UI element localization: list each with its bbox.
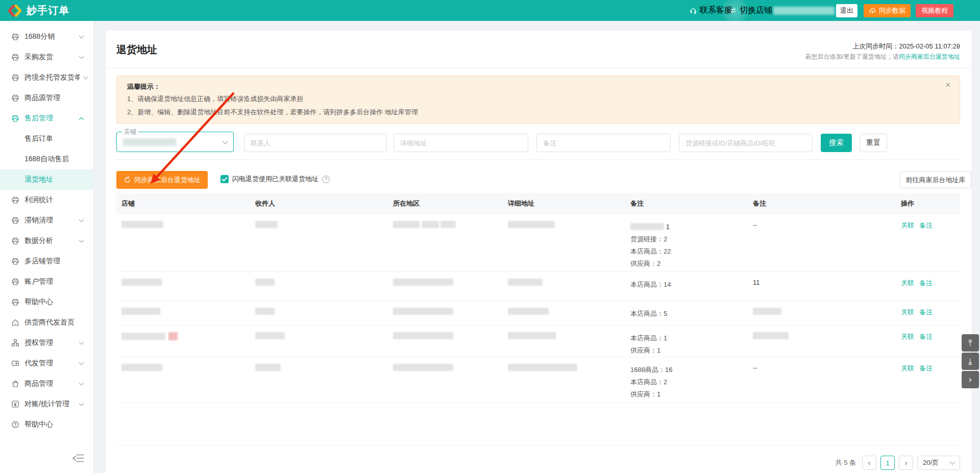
cubes-icon xyxy=(11,339,19,347)
cloud-upload-icon xyxy=(869,7,876,15)
sidebar-item-bangzhu-zhongxin[interactable]: 帮助中心 xyxy=(0,292,93,312)
chevron-down-icon xyxy=(79,238,84,243)
redacted-region xyxy=(440,221,456,228)
sidebar-item-duodianpu[interactable]: 多店铺管理 xyxy=(0,251,93,271)
sidebar-item-help-center[interactable]: 帮助中心 xyxy=(0,414,93,435)
page-size-select[interactable]: 20/页 xyxy=(917,456,960,470)
printer-icon xyxy=(11,298,19,306)
redacted-address xyxy=(508,308,549,315)
main-content-card: 退货地址 上次同步时间：2025-02-05 11:07:28 若您后台添加/更… xyxy=(106,31,971,473)
chevron-down-icon xyxy=(79,340,84,345)
section-divider xyxy=(116,159,960,160)
sidebar-item-duizhang-tongji[interactable]: 对账/统计管理 xyxy=(0,394,93,414)
redacted-shop xyxy=(121,308,160,315)
sync-backend-address-link[interactable]: 同步商家后台退货地址 xyxy=(899,53,960,60)
close-icon[interactable]: × xyxy=(945,80,950,90)
pagination-current-page[interactable]: 1 xyxy=(880,456,895,470)
source-link-input[interactable] xyxy=(679,134,813,152)
chevron-down-icon xyxy=(222,138,228,144)
table-row: 本店商品：5 关联备注 xyxy=(116,301,960,326)
remark-link[interactable]: 备注 xyxy=(919,308,933,316)
redacted-contact xyxy=(255,364,281,371)
table-bottom-divider xyxy=(116,445,960,445)
remark-link[interactable]: 备注 xyxy=(919,333,933,340)
pagination-prev-button[interactable]: ‹ xyxy=(862,456,876,470)
detail-address-input[interactable] xyxy=(394,134,528,152)
reset-button[interactable]: 重置 xyxy=(860,134,887,152)
sidebar-item-zhixiao-qingli[interactable]: 滞销清理 xyxy=(0,210,93,231)
remark-link[interactable]: 备注 xyxy=(919,364,933,372)
sidebar-item-shangpinyuan[interactable]: 商品源管理 xyxy=(0,88,93,108)
sidebar-item-shouhou-dingdan[interactable]: 售后订单 xyxy=(0,129,93,149)
sync-data-button[interactable]: 同步数据 xyxy=(864,4,911,17)
pagination-next-button[interactable]: › xyxy=(899,456,913,470)
contact-service-link[interactable]: 联系客服 xyxy=(689,0,732,21)
home-icon xyxy=(11,318,19,327)
to-bottom-button[interactable]: ⤓ xyxy=(962,353,979,370)
goto-backend-address-button[interactable]: 前往商家后台地址库 xyxy=(900,171,971,188)
remark-input[interactable] xyxy=(536,134,671,152)
warm-tip-title: 温馨提示： xyxy=(127,82,949,91)
logout-button[interactable]: 退出 xyxy=(836,4,857,17)
flash-return-checkbox-row: 闪电退货使用已关联退货地址 ? xyxy=(220,175,330,184)
sidebar-item-zhanghu-guanli[interactable]: 账户管理 xyxy=(0,271,93,292)
expand-panel-button[interactable]: › xyxy=(962,371,979,388)
yen-box-icon xyxy=(11,400,19,408)
refresh-icon xyxy=(124,176,131,184)
relate-link[interactable]: 关联 xyxy=(901,364,914,372)
sidebar-item-shuju-fenxi[interactable]: 数据分析 xyxy=(0,231,93,251)
brand-logo[interactable]: 妙手订单 xyxy=(7,3,69,18)
sidebar-item-1688-fenxiao[interactable]: 1688分销 xyxy=(0,27,93,47)
sidebar-item-shouhou-guanli[interactable]: 售后管理 xyxy=(0,108,93,129)
table-row: 1688商品：16 本店商品：2 供应商：1 -- 关联备注 xyxy=(116,357,960,403)
sidebar-collapse-icon[interactable] xyxy=(71,453,85,464)
table-header-row: 店铺 收件人 所在地区 详细地址 备注 备注 操作 xyxy=(116,193,960,214)
sidebar-item-shouquan-guanli[interactable]: 授权管理 xyxy=(0,333,93,353)
chevron-up-icon xyxy=(79,117,84,122)
table-row: 1 货源链接：2 本店商品：22 供应商：2 -- 关联备注 xyxy=(116,214,960,272)
video-tutorial-button[interactable]: 视频教程 xyxy=(916,4,953,17)
remark-link[interactable]: 备注 xyxy=(919,221,933,229)
sidebar-item-gonghuoshang-home[interactable]: 供货商代发首页 xyxy=(0,312,93,333)
redacted-address xyxy=(508,279,543,286)
chevron-down-icon xyxy=(83,74,88,80)
swap-icon xyxy=(729,7,737,15)
sync-return-address-button[interactable]: 同步商家后台退货地址 xyxy=(116,171,208,189)
shop-select[interactable]: 店铺 xyxy=(116,132,234,152)
sidebar-item-lirun-tongji[interactable]: 利润统计 xyxy=(0,190,93,210)
table-row: 本店商品：14 11 关联备注 xyxy=(116,272,960,301)
contact-input[interactable] xyxy=(244,134,387,152)
help-question-icon[interactable]: ? xyxy=(322,176,330,183)
back-to-top-button[interactable]: ⤒ xyxy=(962,334,979,352)
flash-return-checkbox[interactable] xyxy=(220,175,229,183)
redacted-shop xyxy=(121,221,163,228)
sidebar-item-daifa-guanli[interactable]: 代发管理 xyxy=(0,353,93,374)
chevron-down-icon xyxy=(949,459,955,464)
pagination-total: 共 5 条 xyxy=(836,458,856,467)
printer-icon xyxy=(11,257,19,265)
redacted-region xyxy=(393,308,453,315)
sidebar-item-1688-auto-shouhou[interactable]: 1688自动售后 xyxy=(0,149,93,169)
printer-icon xyxy=(11,114,19,122)
relate-link[interactable]: 关联 xyxy=(901,279,914,287)
relate-link[interactable]: 关联 xyxy=(901,221,914,229)
remark-link[interactable]: 备注 xyxy=(919,279,933,287)
sidebar-item-caigou-fahuo[interactable]: 采购发货 xyxy=(0,47,93,67)
redacted-contact xyxy=(255,279,275,286)
relate-link[interactable]: 关联 xyxy=(901,333,914,340)
search-button[interactable]: 搜索 xyxy=(821,134,852,152)
sidebar-item-kuajing-fahuodan[interactable]: 跨境全托管发货单 xyxy=(0,67,93,88)
relate-link[interactable]: 关联 xyxy=(901,308,914,316)
warm-tip-line-1: 1、请确保退货地址信息正确，填写错误造成损失由商家承担 xyxy=(127,93,949,105)
return-address-table: 店铺 收件人 所在地区 详细地址 备注 备注 操作 1 货源链接：2 本店商品：… xyxy=(116,193,960,403)
chevron-down-icon xyxy=(79,381,84,386)
flash-return-label: 闪电退货使用已关联退货地址 xyxy=(232,175,318,184)
redacted-address xyxy=(508,332,556,339)
last-sync-time: 上次同步时间：2025-02-05 11:07:28 xyxy=(852,42,960,51)
sidebar-item-tuihuo-dizhi[interactable]: 退货地址 xyxy=(0,169,93,190)
sidebar-item-shangpin-guanli[interactable]: 商品管理 xyxy=(0,374,93,394)
brand-logo-text: 妙手订单 xyxy=(27,4,69,17)
printer-icon xyxy=(11,53,19,61)
redacted-contact xyxy=(255,332,285,339)
switch-shop-link[interactable]: 切换店铺 xyxy=(729,0,772,21)
